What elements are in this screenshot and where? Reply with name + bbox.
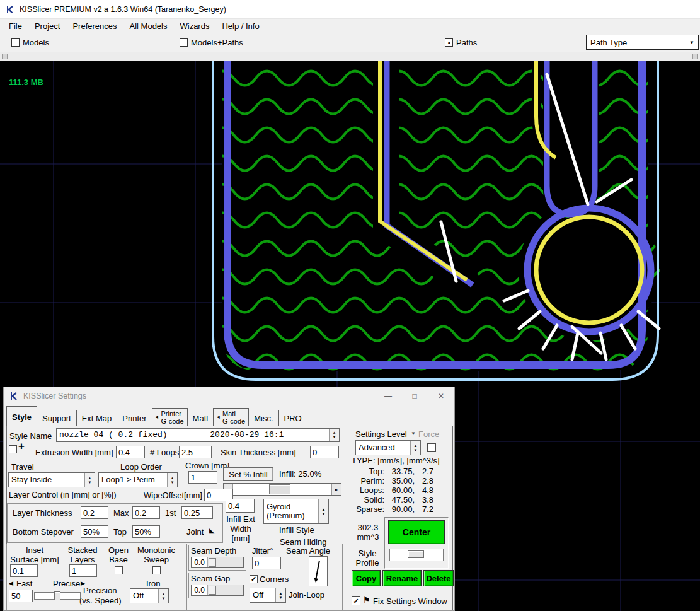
tab-printer-gcode[interactable]: ◄Printer G-code bbox=[152, 408, 188, 426]
tab-ext-map[interactable]: Ext Map bbox=[76, 410, 118, 426]
down-arrow-icon: ▼ bbox=[171, 480, 175, 484]
close-icon[interactable]: ✕ bbox=[428, 387, 454, 405]
seam-gap-slider[interactable]: 0.0 bbox=[191, 585, 244, 596]
style-name-select[interactable]: nozzle 04 ( 0.2 fixed) 2020-08-29 16:1 ▲… bbox=[56, 428, 340, 442]
max-label: Max bbox=[113, 508, 129, 518]
extrusion-width-label: Extrusion Width [mm] bbox=[35, 448, 113, 457]
wipe-offset-label: WipeOffset[mm] bbox=[144, 491, 202, 500]
infill-ext-width-field[interactable] bbox=[226, 499, 255, 513]
first-layer-field[interactable] bbox=[181, 506, 213, 519]
crown-field[interactable] bbox=[188, 471, 217, 484]
copy-button[interactable]: Copy bbox=[352, 570, 381, 586]
seam-depth-slider[interactable]: 0.0 bbox=[191, 557, 244, 568]
path-type-select[interactable]: Path Type ▼ bbox=[586, 35, 699, 50]
tab-pro[interactable]: PRO bbox=[278, 410, 307, 426]
style-profile-label: Style Profile bbox=[352, 549, 383, 567]
stacked-layers-field[interactable] bbox=[69, 564, 97, 577]
joint-arrow-icon[interactable]: ◣ bbox=[209, 526, 214, 535]
settings-title-bar[interactable]: KISSlicer Settings — □ ✕ bbox=[4, 387, 454, 405]
corners-checkbox[interactable]: ✓ bbox=[250, 575, 258, 583]
radio-box bbox=[180, 38, 188, 47]
skin-thickness-field[interactable] bbox=[310, 446, 339, 458]
tab-support[interactable]: Support bbox=[37, 410, 77, 426]
travel-select[interactable]: Stay Inside ▲▼ bbox=[8, 472, 95, 487]
force-arrow-icon[interactable]: ▼ bbox=[411, 430, 416, 438]
seam-depth-thumb[interactable] bbox=[209, 558, 216, 567]
settings-level-select[interactable]: Advanced ▲▼ bbox=[355, 440, 421, 455]
menu-all-models[interactable]: All Models bbox=[123, 20, 174, 32]
spinner[interactable]: ▲▼ bbox=[167, 473, 177, 487]
loop-order-label: Loop Order bbox=[120, 462, 162, 472]
spinner[interactable]: ▲▼ bbox=[275, 588, 285, 602]
seam-angle-dial[interactable] bbox=[309, 556, 328, 586]
menu-preferences[interactable]: Preferences bbox=[66, 20, 123, 32]
delete-button[interactable]: Delete bbox=[423, 570, 454, 586]
precision-slider[interactable] bbox=[34, 592, 81, 600]
radio-models-paths[interactable]: Models+Paths bbox=[180, 38, 243, 47]
fix-settings-checkbox[interactable]: ✓ bbox=[352, 596, 360, 605]
spinner[interactable]: ▲▼ bbox=[84, 473, 95, 487]
down-arrow-icon: ▼ bbox=[333, 436, 336, 439]
settings-window-title: KISSlicer Settings bbox=[23, 392, 86, 400]
seam-gap-thumb[interactable] bbox=[209, 586, 216, 595]
radio-box bbox=[11, 38, 20, 47]
radio-box: ● bbox=[445, 38, 453, 47]
slider-right-cap[interactable] bbox=[692, 54, 698, 59]
join-loop-select[interactable]: Off ▲▼ bbox=[250, 588, 286, 603]
seam-gap-value: 0.0 bbox=[192, 585, 208, 595]
minimize-icon[interactable]: — bbox=[375, 387, 401, 405]
radio-models[interactable]: Models bbox=[11, 38, 49, 47]
spinner[interactable]: ▲▼ bbox=[318, 499, 328, 523]
precision-slider-thumb[interactable] bbox=[54, 591, 60, 600]
infill-slider-thumb[interactable] bbox=[269, 484, 290, 494]
menu-help-info[interactable]: Help / Info bbox=[215, 20, 265, 32]
monotonic-sweep-checkbox[interactable] bbox=[152, 566, 161, 574]
bottom-stepover-field[interactable] bbox=[81, 525, 108, 538]
extrusion-width-field[interactable] bbox=[116, 446, 145, 458]
spinner[interactable]: ▲▼ bbox=[329, 429, 339, 441]
infill-style-select[interactable]: Gyroid (Premium) ▲▼ bbox=[263, 499, 329, 524]
tab-matl[interactable]: Matl bbox=[187, 410, 214, 426]
max-field[interactable] bbox=[132, 506, 160, 519]
menu-file[interactable]: File bbox=[3, 20, 28, 32]
menu-wizards[interactable]: Wizards bbox=[173, 20, 215, 32]
check-icon: ✓ bbox=[251, 576, 256, 583]
tab-misc[interactable]: Misc. bbox=[248, 410, 278, 426]
set-infill-button[interactable]: Set % Infill bbox=[223, 467, 273, 481]
inset-surface-field[interactable] bbox=[10, 564, 38, 577]
tab-printer[interactable]: Printer bbox=[117, 410, 152, 426]
layer-thickness-field[interactable] bbox=[81, 506, 108, 519]
profile-slider-thumb[interactable] bbox=[408, 550, 424, 558]
spinner[interactable]: ▲▼ bbox=[410, 441, 420, 455]
slider-left-cap[interactable] bbox=[2, 54, 8, 59]
profile-slider[interactable] bbox=[389, 549, 444, 561]
spinner[interactable]: ▲▼ bbox=[158, 589, 168, 603]
menu-project[interactable]: Project bbox=[28, 20, 66, 32]
center-button[interactable]: Center bbox=[388, 520, 445, 544]
fast-arrow-icon: ◀ bbox=[9, 579, 13, 587]
layer-slider[interactable] bbox=[0, 52, 700, 61]
level-checkbox[interactable] bbox=[427, 443, 436, 452]
jitter-field[interactable] bbox=[252, 557, 281, 569]
add-style-icon[interactable]: + bbox=[18, 441, 25, 451]
loop-order-select[interactable]: Loop1 > Perim ▲▼ bbox=[98, 472, 178, 487]
precision-value-field[interactable] bbox=[9, 590, 33, 602]
infill-slider[interactable]: ◄ ► bbox=[223, 483, 341, 496]
open-base-checkbox[interactable] bbox=[115, 566, 123, 574]
speed-row: Loops:60.00,4.8 bbox=[352, 486, 433, 495]
num-loops-field[interactable] bbox=[179, 446, 212, 458]
volume-label: 302.3 mm^3 bbox=[352, 523, 384, 542]
tab-matl-gcode[interactable]: ◄Matl G-code bbox=[213, 408, 249, 426]
style-checkbox[interactable] bbox=[9, 445, 17, 453]
radio-models-label: Models bbox=[23, 38, 49, 47]
iron-select[interactable]: Off ▲▼ bbox=[130, 588, 169, 603]
gcode-arrow-icon: ◄ bbox=[154, 414, 159, 421]
maximize-icon[interactable]: □ bbox=[401, 387, 428, 405]
tab-style[interactable]: Style bbox=[6, 406, 37, 426]
style-name-value: nozzle 04 ( 0.2 fixed) bbox=[59, 431, 168, 439]
slider-right-icon[interactable]: ► bbox=[331, 484, 341, 495]
rename-button[interactable]: Rename bbox=[382, 570, 422, 586]
radio-paths[interactable]: ● Paths bbox=[445, 38, 477, 47]
top-stepover-field[interactable] bbox=[132, 525, 160, 538]
infill-ext-width-label: Infill Ext Width [mm] bbox=[221, 515, 260, 543]
